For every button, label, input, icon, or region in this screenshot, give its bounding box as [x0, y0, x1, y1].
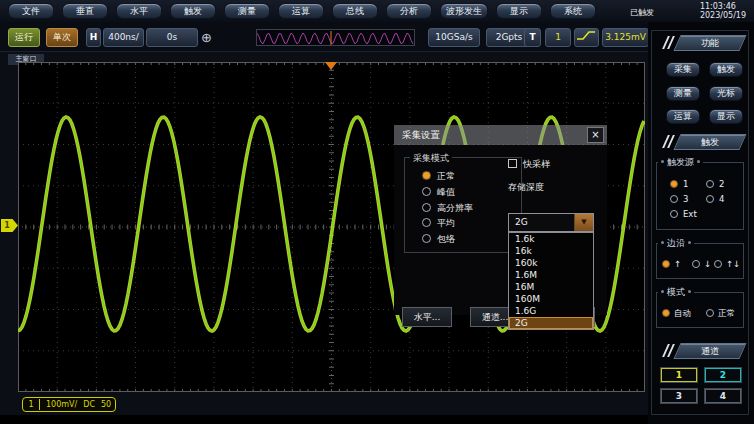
radio-average-label: 平均: [437, 218, 455, 228]
menu-wavegen[interactable]: 波形发生: [440, 3, 488, 19]
sample-rate-button[interactable]: 10GSa/s: [428, 28, 480, 47]
depth-option[interactable]: 160k: [509, 257, 593, 269]
source-ext-label: Ext: [683, 210, 697, 219]
side-panel: 功能 采集 触发 测量 光标 运算 显示 触发 触发源 1 2 3 4 Ext …: [648, 22, 754, 424]
edge-rise-radio[interactable]: [662, 260, 670, 268]
channel-4-button[interactable]: 4: [704, 388, 742, 404]
radio-peak[interactable]: [422, 187, 431, 196]
horizontal-offset-button[interactable]: 0s: [146, 28, 198, 47]
radio-envelope[interactable]: [422, 234, 431, 243]
menu-math[interactable]: 运算: [278, 3, 324, 19]
zoom-icon[interactable]: ⊕: [201, 31, 215, 45]
menu-display[interactable]: 显示: [496, 3, 542, 19]
channel1-badge[interactable]: 1 100mV/ DC 50: [22, 397, 116, 412]
close-icon[interactable]: ×: [587, 127, 604, 143]
panel-acquire-button[interactable]: 采集: [666, 62, 700, 77]
fast-sample-label: 快采样: [523, 159, 550, 169]
dialog-titlebar[interactable]: 采集设置: [394, 125, 607, 145]
memory-depth-combobox[interactable]: 2G ▼: [508, 213, 594, 232]
menu-trigger[interactable]: 触发: [170, 3, 216, 19]
radio-average[interactable]: [422, 218, 431, 227]
source-ext-radio[interactable]: [670, 210, 678, 218]
trigger-level-button[interactable]: 3.125mV: [602, 28, 649, 47]
depth-option-selected[interactable]: 2G: [509, 317, 593, 329]
trigger-position-marker[interactable]: [325, 62, 337, 70]
channel-section-tab[interactable]: 通道: [673, 343, 746, 359]
channel-number: 1: [23, 400, 39, 409]
memory-depth-label: 存储深度: [508, 182, 544, 192]
panel-trigger-button[interactable]: 触发: [709, 62, 743, 77]
trigger-source-button[interactable]: 1: [545, 28, 571, 47]
source-3-radio[interactable]: [670, 195, 678, 203]
panel-cursor-button[interactable]: 光标: [709, 86, 743, 101]
horizontal-settings-button[interactable]: 水平...: [402, 307, 452, 327]
function-tab-label: 功能: [678, 36, 742, 50]
radio-normal-label: 正常: [437, 171, 455, 181]
edge-both-radio[interactable]: [714, 260, 722, 268]
menu-system[interactable]: 系统: [550, 3, 596, 19]
panel-display-button[interactable]: 显示: [709, 109, 743, 124]
trigger-source-label: 触发源: [658, 156, 703, 169]
menu-vertical[interactable]: 垂直: [62, 3, 108, 19]
depth-option[interactable]: 1.6M: [509, 269, 593, 281]
fast-sample-checkbox[interactable]: [508, 159, 517, 168]
menu-file[interactable]: 文件: [8, 3, 54, 19]
radio-hires[interactable]: [422, 203, 431, 212]
single-button[interactable]: 单次: [46, 28, 78, 47]
depth-option[interactable]: 1.6k: [509, 233, 593, 245]
radio-peak-label: 峰值: [437, 187, 455, 197]
channel1-ground-marker[interactable]: 1: [1, 219, 18, 232]
combo-dropdown-icon[interactable]: ▼: [574, 214, 593, 231]
menu-analysis[interactable]: 分析: [386, 3, 432, 19]
date-text: 2023/05/19: [700, 11, 746, 20]
preview-waveform: [257, 30, 414, 45]
radio-normal[interactable]: [422, 171, 431, 180]
menu-measure[interactable]: 测量: [224, 3, 270, 19]
depth-option[interactable]: 1.6G: [509, 305, 593, 317]
source-2-radio[interactable]: [706, 180, 714, 188]
trigger-source-groupbox: [656, 162, 744, 230]
source-1-label: 1: [683, 180, 688, 189]
edge-label: 边沿: [658, 237, 694, 250]
channel-1-button[interactable]: 1: [660, 367, 698, 383]
trigger-tab-label: 触发: [678, 135, 742, 149]
badge-divider: [39, 399, 40, 410]
channel-2-button[interactable]: 2: [704, 367, 742, 383]
panel-measure-button[interactable]: 测量: [666, 86, 700, 101]
depth-option[interactable]: 160M: [509, 293, 593, 305]
edge-fall-label: ↓: [704, 260, 711, 269]
source-3-label: 3: [683, 195, 688, 204]
source-4-label: 4: [719, 195, 724, 204]
source-4-radio[interactable]: [706, 195, 714, 203]
channel-3-button[interactable]: 3: [660, 388, 698, 404]
trigger-slope-button[interactable]: [574, 28, 599, 47]
menu-bar: 文件 垂直 水平 触发 测量 运算 总线 分析 波形发生 显示 系统 已触发 1…: [0, 0, 754, 22]
menu-bus[interactable]: 总线: [332, 3, 378, 19]
source-1-radio[interactable]: [670, 180, 678, 188]
menu-horizontal[interactable]: 水平: [116, 3, 162, 19]
panel-math-button[interactable]: 运算: [666, 109, 700, 124]
mode-normal-label: 正常: [718, 309, 735, 318]
run-button[interactable]: 运行: [8, 28, 40, 47]
function-tab[interactable]: 功能: [673, 35, 746, 51]
clock: 11:03:46 2023/05/19: [700, 2, 746, 20]
trigger-t-button[interactable]: T: [524, 28, 541, 47]
edge-rise-label: ↑: [674, 260, 681, 269]
waveform-preview-strip[interactable]: [256, 29, 415, 46]
time-text: 11:03:46: [700, 2, 746, 11]
trigger-section-tab[interactable]: 触发: [673, 134, 746, 150]
edge-fall-radio[interactable]: [692, 260, 700, 268]
timebase-button[interactable]: 400ns/: [103, 28, 144, 47]
mode-normal-radio[interactable]: [706, 309, 714, 317]
trigger-status-text: 已触发: [630, 7, 654, 18]
rising-edge-icon: [576, 29, 597, 42]
acquire-settings-dialog: 采集设置 × 采集模式 正常 峰值 高分辨率 平均 包络 快采样 存储深度 2G…: [394, 125, 607, 315]
depth-option[interactable]: 16M: [509, 281, 593, 293]
edge-both-label: ↑↓: [726, 260, 740, 269]
channel-tab-label: 通道: [678, 344, 742, 358]
source-2-label: 2: [719, 180, 724, 189]
vertical-scale: 100mV/: [46, 400, 77, 409]
depth-option[interactable]: 16k: [509, 245, 593, 257]
horizontal-button[interactable]: H: [86, 28, 101, 47]
mode-auto-radio[interactable]: [662, 309, 670, 317]
